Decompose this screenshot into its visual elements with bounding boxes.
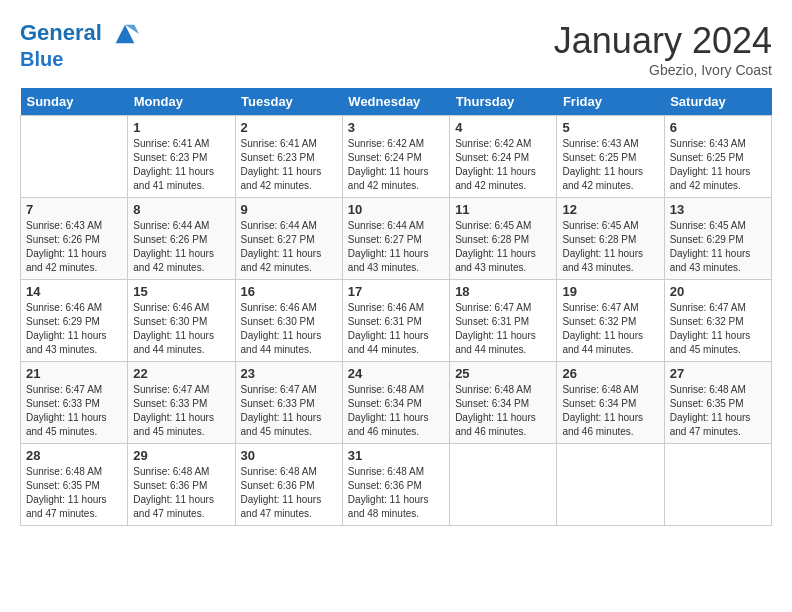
calendar-cell: 12Sunrise: 6:45 AMSunset: 6:28 PMDayligh…	[557, 198, 664, 280]
calendar-cell: 22Sunrise: 6:47 AMSunset: 6:33 PMDayligh…	[128, 362, 235, 444]
cell-info: Sunrise: 6:47 AMSunset: 6:33 PMDaylight:…	[133, 383, 229, 439]
day-number: 31	[348, 448, 444, 463]
calendar-cell: 11Sunrise: 6:45 AMSunset: 6:28 PMDayligh…	[450, 198, 557, 280]
day-number: 5	[562, 120, 658, 135]
calendar-cell: 3Sunrise: 6:42 AMSunset: 6:24 PMDaylight…	[342, 116, 449, 198]
calendar-cell: 15Sunrise: 6:46 AMSunset: 6:30 PMDayligh…	[128, 280, 235, 362]
calendar-cell: 7Sunrise: 6:43 AMSunset: 6:26 PMDaylight…	[21, 198, 128, 280]
calendar-cell: 20Sunrise: 6:47 AMSunset: 6:32 PMDayligh…	[664, 280, 771, 362]
page-header: General Blue January 2024 Gbezio, Ivory …	[20, 20, 772, 78]
cell-info: Sunrise: 6:43 AMSunset: 6:25 PMDaylight:…	[670, 137, 766, 193]
calendar-cell: 23Sunrise: 6:47 AMSunset: 6:33 PMDayligh…	[235, 362, 342, 444]
calendar-cell	[450, 444, 557, 526]
calendar-cell: 25Sunrise: 6:48 AMSunset: 6:34 PMDayligh…	[450, 362, 557, 444]
calendar-cell: 8Sunrise: 6:44 AMSunset: 6:26 PMDaylight…	[128, 198, 235, 280]
calendar-cell	[21, 116, 128, 198]
day-number: 12	[562, 202, 658, 217]
day-number: 15	[133, 284, 229, 299]
calendar-cell: 16Sunrise: 6:46 AMSunset: 6:30 PMDayligh…	[235, 280, 342, 362]
calendar-cell: 19Sunrise: 6:47 AMSunset: 6:32 PMDayligh…	[557, 280, 664, 362]
week-row-1: 1Sunrise: 6:41 AMSunset: 6:23 PMDaylight…	[21, 116, 772, 198]
cell-info: Sunrise: 6:44 AMSunset: 6:27 PMDaylight:…	[348, 219, 444, 275]
cell-info: Sunrise: 6:48 AMSunset: 6:34 PMDaylight:…	[562, 383, 658, 439]
day-header-sunday: Sunday	[21, 88, 128, 116]
month-title: January 2024	[554, 20, 772, 62]
cell-info: Sunrise: 6:44 AMSunset: 6:27 PMDaylight:…	[241, 219, 337, 275]
cell-info: Sunrise: 6:47 AMSunset: 6:33 PMDaylight:…	[241, 383, 337, 439]
logo-text: General	[20, 20, 139, 48]
day-number: 20	[670, 284, 766, 299]
calendar-cell: 18Sunrise: 6:47 AMSunset: 6:31 PMDayligh…	[450, 280, 557, 362]
day-number: 4	[455, 120, 551, 135]
day-number: 21	[26, 366, 122, 381]
day-header-saturday: Saturday	[664, 88, 771, 116]
day-number: 7	[26, 202, 122, 217]
calendar-cell: 13Sunrise: 6:45 AMSunset: 6:29 PMDayligh…	[664, 198, 771, 280]
day-number: 22	[133, 366, 229, 381]
day-number: 27	[670, 366, 766, 381]
cell-info: Sunrise: 6:42 AMSunset: 6:24 PMDaylight:…	[348, 137, 444, 193]
calendar-cell: 21Sunrise: 6:47 AMSunset: 6:33 PMDayligh…	[21, 362, 128, 444]
calendar-cell: 26Sunrise: 6:48 AMSunset: 6:34 PMDayligh…	[557, 362, 664, 444]
day-number: 14	[26, 284, 122, 299]
day-number: 28	[26, 448, 122, 463]
week-row-4: 21Sunrise: 6:47 AMSunset: 6:33 PMDayligh…	[21, 362, 772, 444]
calendar-cell	[557, 444, 664, 526]
logo-blue: Blue	[20, 48, 139, 70]
cell-info: Sunrise: 6:45 AMSunset: 6:29 PMDaylight:…	[670, 219, 766, 275]
cell-info: Sunrise: 6:44 AMSunset: 6:26 PMDaylight:…	[133, 219, 229, 275]
calendar-cell: 6Sunrise: 6:43 AMSunset: 6:25 PMDaylight…	[664, 116, 771, 198]
calendar-cell: 2Sunrise: 6:41 AMSunset: 6:23 PMDaylight…	[235, 116, 342, 198]
calendar-cell	[664, 444, 771, 526]
day-number: 11	[455, 202, 551, 217]
cell-info: Sunrise: 6:48 AMSunset: 6:36 PMDaylight:…	[348, 465, 444, 521]
week-row-2: 7Sunrise: 6:43 AMSunset: 6:26 PMDaylight…	[21, 198, 772, 280]
cell-info: Sunrise: 6:46 AMSunset: 6:29 PMDaylight:…	[26, 301, 122, 357]
cell-info: Sunrise: 6:45 AMSunset: 6:28 PMDaylight:…	[455, 219, 551, 275]
week-row-3: 14Sunrise: 6:46 AMSunset: 6:29 PMDayligh…	[21, 280, 772, 362]
cell-info: Sunrise: 6:41 AMSunset: 6:23 PMDaylight:…	[133, 137, 229, 193]
day-number: 17	[348, 284, 444, 299]
calendar-cell: 27Sunrise: 6:48 AMSunset: 6:35 PMDayligh…	[664, 362, 771, 444]
cell-info: Sunrise: 6:47 AMSunset: 6:32 PMDaylight:…	[670, 301, 766, 357]
calendar-cell: 14Sunrise: 6:46 AMSunset: 6:29 PMDayligh…	[21, 280, 128, 362]
cell-info: Sunrise: 6:41 AMSunset: 6:23 PMDaylight:…	[241, 137, 337, 193]
calendar-cell: 28Sunrise: 6:48 AMSunset: 6:35 PMDayligh…	[21, 444, 128, 526]
cell-info: Sunrise: 6:48 AMSunset: 6:36 PMDaylight:…	[133, 465, 229, 521]
day-number: 13	[670, 202, 766, 217]
day-number: 24	[348, 366, 444, 381]
cell-info: Sunrise: 6:45 AMSunset: 6:28 PMDaylight:…	[562, 219, 658, 275]
day-number: 29	[133, 448, 229, 463]
logo: General Blue	[20, 20, 139, 70]
cell-info: Sunrise: 6:46 AMSunset: 6:31 PMDaylight:…	[348, 301, 444, 357]
calendar-cell: 9Sunrise: 6:44 AMSunset: 6:27 PMDaylight…	[235, 198, 342, 280]
day-number: 23	[241, 366, 337, 381]
day-number: 2	[241, 120, 337, 135]
cell-info: Sunrise: 6:47 AMSunset: 6:31 PMDaylight:…	[455, 301, 551, 357]
day-number: 9	[241, 202, 337, 217]
calendar-cell: 30Sunrise: 6:48 AMSunset: 6:36 PMDayligh…	[235, 444, 342, 526]
cell-info: Sunrise: 6:42 AMSunset: 6:24 PMDaylight:…	[455, 137, 551, 193]
calendar-cell: 1Sunrise: 6:41 AMSunset: 6:23 PMDaylight…	[128, 116, 235, 198]
day-header-tuesday: Tuesday	[235, 88, 342, 116]
day-number: 18	[455, 284, 551, 299]
day-header-thursday: Thursday	[450, 88, 557, 116]
day-header-monday: Monday	[128, 88, 235, 116]
cell-info: Sunrise: 6:48 AMSunset: 6:35 PMDaylight:…	[670, 383, 766, 439]
calendar-cell: 31Sunrise: 6:48 AMSunset: 6:36 PMDayligh…	[342, 444, 449, 526]
calendar-cell: 10Sunrise: 6:44 AMSunset: 6:27 PMDayligh…	[342, 198, 449, 280]
calendar-cell: 17Sunrise: 6:46 AMSunset: 6:31 PMDayligh…	[342, 280, 449, 362]
cell-info: Sunrise: 6:48 AMSunset: 6:35 PMDaylight:…	[26, 465, 122, 521]
cell-info: Sunrise: 6:47 AMSunset: 6:32 PMDaylight:…	[562, 301, 658, 357]
day-header-wednesday: Wednesday	[342, 88, 449, 116]
cell-info: Sunrise: 6:43 AMSunset: 6:25 PMDaylight:…	[562, 137, 658, 193]
calendar-cell: 5Sunrise: 6:43 AMSunset: 6:25 PMDaylight…	[557, 116, 664, 198]
day-number: 3	[348, 120, 444, 135]
title-block: January 2024 Gbezio, Ivory Coast	[554, 20, 772, 78]
calendar-table: SundayMondayTuesdayWednesdayThursdayFrid…	[20, 88, 772, 526]
day-number: 25	[455, 366, 551, 381]
days-header-row: SundayMondayTuesdayWednesdayThursdayFrid…	[21, 88, 772, 116]
cell-info: Sunrise: 6:48 AMSunset: 6:34 PMDaylight:…	[455, 383, 551, 439]
day-number: 6	[670, 120, 766, 135]
week-row-5: 28Sunrise: 6:48 AMSunset: 6:35 PMDayligh…	[21, 444, 772, 526]
